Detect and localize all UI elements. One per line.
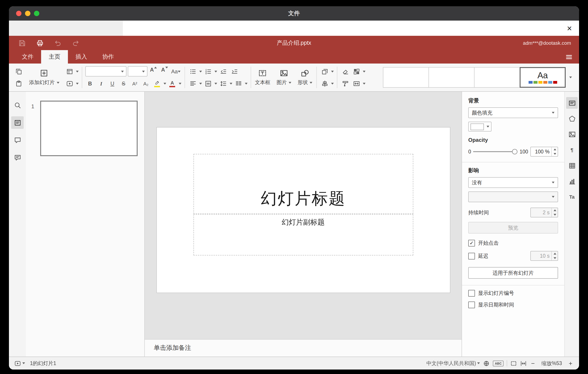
language-selector[interactable]: 中文(中华人民共和国) — [427, 360, 480, 367]
line-spacing-button[interactable] — [218, 78, 228, 88]
decrease-indent-button[interactable] — [218, 66, 228, 76]
start-slideshow-button[interactable] — [64, 78, 74, 88]
comments-icon[interactable] — [11, 134, 24, 146]
transition-option-select[interactable] — [468, 191, 558, 202]
bullets-button[interactable] — [188, 66, 198, 76]
increase-font-size-button[interactable]: A — [148, 66, 158, 76]
subtitle-placeholder[interactable]: 幻灯片副标题 — [193, 214, 413, 255]
slider-thumb[interactable] — [512, 149, 517, 154]
theme-thumbnail[interactable] — [429, 67, 474, 88]
close-icon[interactable]: × — [567, 21, 572, 36]
superscript-button[interactable]: A² — [130, 79, 140, 88]
tab-collaboration[interactable]: 协作 — [95, 50, 122, 64]
theme-thumbnail[interactable] — [383, 67, 429, 88]
insert-columns-button[interactable] — [233, 78, 243, 88]
menu-icon[interactable] — [565, 50, 573, 64]
duration-spinner[interactable]: 2 s — [530, 208, 558, 217]
textart-settings-icon[interactable]: Ta — [566, 191, 578, 203]
opacity-spinner[interactable]: 100 % — [530, 147, 558, 157]
transition-select[interactable]: 没有 — [468, 177, 558, 188]
spinner-down-icon[interactable] — [552, 256, 558, 260]
table-settings-icon[interactable] — [566, 160, 578, 171]
chat-icon[interactable] — [11, 151, 24, 164]
numbering-button[interactable] — [203, 66, 213, 76]
highlight-color-button[interactable] — [152, 79, 162, 88]
insert-textbox-button[interactable]: 文本框 — [252, 64, 273, 91]
vertical-align-button[interactable] — [203, 78, 213, 88]
italic-button[interactable]: I — [96, 79, 106, 88]
spinner-down-icon[interactable] — [552, 212, 558, 217]
slide-thumbnail[interactable] — [40, 101, 138, 156]
slide-settings-icon[interactable] — [566, 97, 578, 109]
clear-style-button[interactable] — [340, 66, 350, 76]
font-size-combobox[interactable] — [127, 66, 147, 77]
zoom-window-button[interactable] — [34, 11, 39, 16]
spellcheck-button[interactable]: ABC — [493, 360, 503, 366]
undo-button[interactable] — [53, 38, 63, 48]
theme-thumbnail-selected[interactable]: Aa — [520, 67, 566, 88]
zoom-out-button[interactable]: − — [530, 360, 536, 367]
minimize-window-button[interactable] — [25, 11, 30, 16]
increase-indent-button[interactable] — [230, 66, 239, 76]
font-name-combobox[interactable] — [85, 66, 126, 77]
chevron-down-icon[interactable] — [178, 83, 181, 85]
font-color-button[interactable]: A — [167, 79, 177, 88]
copy-style-button[interactable] — [340, 78, 350, 88]
spinner-up-icon[interactable] — [552, 147, 558, 152]
redo-button[interactable] — [71, 38, 80, 48]
notes-input[interactable]: 单击添加备注 — [145, 339, 462, 357]
print-button[interactable] — [35, 38, 45, 48]
shape-settings-icon[interactable] — [566, 113, 578, 124]
bold-button[interactable]: B — [85, 79, 95, 88]
opacity-slider[interactable] — [473, 149, 517, 155]
slides-panel-icon[interactable] — [11, 116, 24, 129]
delay-spinner[interactable]: 10 s — [530, 251, 558, 261]
slide-size-button[interactable] — [352, 78, 361, 88]
subscript-button[interactable]: A₂ — [141, 79, 151, 88]
spinner-up-icon[interactable] — [552, 252, 558, 256]
underline-button[interactable]: U — [107, 79, 117, 88]
tab-file[interactable]: 文件 — [14, 50, 41, 64]
insert-image-button[interactable]: 图片 — [273, 64, 294, 91]
show-slide-number-checkbox[interactable] — [468, 290, 475, 297]
chevron-down-icon[interactable] — [163, 83, 166, 85]
spinner-up-icon[interactable] — [552, 208, 558, 212]
copy-button[interactable] — [14, 66, 24, 76]
insert-shape-button[interactable]: 形状 — [294, 64, 315, 91]
start-slideshow-statusbar-button[interactable] — [14, 360, 25, 367]
title-placeholder[interactable]: 幻灯片标题 — [193, 154, 413, 214]
apply-to-all-slides-button[interactable]: 适用于所有幻灯片 — [468, 267, 558, 279]
strikeout-button[interactable]: S — [119, 79, 128, 88]
color-scheme-button[interactable] — [352, 66, 361, 76]
preview-button[interactable]: 预览 — [468, 222, 558, 233]
decrease-font-size-button[interactable]: A — [160, 66, 169, 76]
save-button[interactable] — [17, 38, 27, 48]
image-settings-icon[interactable] — [566, 128, 578, 140]
slide[interactable]: 幻灯片标题 幻灯片副标题 — [157, 128, 450, 293]
show-date-time-checkbox[interactable] — [468, 302, 475, 308]
zoom-in-button[interactable]: + — [567, 360, 574, 367]
paste-button[interactable] — [14, 78, 24, 88]
more-themes-button[interactable] — [566, 67, 576, 88]
change-layout-button[interactable] — [64, 66, 74, 76]
add-slide-button[interactable]: 添加幻灯片 — [26, 64, 62, 91]
tab-insert[interactable]: 插入 — [68, 50, 95, 64]
theme-thumbnail[interactable] — [474, 67, 520, 88]
arrange-shape-button[interactable] — [320, 66, 330, 76]
search-icon[interactable] — [11, 99, 24, 111]
spinner-down-icon[interactable] — [552, 152, 558, 156]
horizontal-align-button[interactable] — [188, 78, 198, 88]
change-case-button[interactable]: Aa — [171, 66, 181, 76]
fill-color-picker[interactable] — [468, 122, 492, 132]
fit-to-slide-icon[interactable] — [510, 360, 517, 367]
start-on-click-checkbox[interactable]: ✓ — [468, 240, 475, 246]
chart-settings-icon[interactable] — [566, 175, 578, 187]
close-window-button[interactable] — [16, 11, 21, 16]
slide-canvas[interactable]: 幻灯片标题 幻灯片副标题 — [145, 92, 462, 339]
align-shape-button[interactable] — [320, 78, 330, 88]
fit-to-width-icon[interactable] — [520, 360, 526, 367]
paragraph-settings-icon[interactable]: ¶ — [566, 144, 578, 156]
delay-checkbox[interactable] — [468, 253, 475, 259]
background-fill-select[interactable]: 颜色填充 — [468, 107, 558, 118]
document-language-icon[interactable] — [483, 360, 490, 367]
